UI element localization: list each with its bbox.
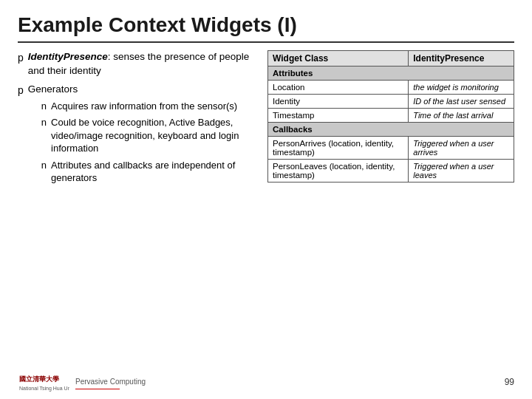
bullet-item-2: p Generators n Acquires raw information …: [18, 83, 254, 188]
person-leaves-desc: Triggered when a user leaves: [409, 160, 514, 183]
bullet-symbol-2: p: [18, 83, 24, 98]
sub-bullet-3: n Attributes and callbacks are independe…: [41, 159, 254, 185]
sub-text-1: Acquires raw information from the sensor…: [51, 100, 237, 113]
timestamp-desc: Time of the last arrival: [409, 109, 514, 123]
identity-presence-label: IdentityPresence: [28, 51, 108, 62]
bullet-text-1: IdentityPresence: senses the presence of…: [28, 50, 254, 78]
table-row: Identity ID of the last user sensed: [268, 95, 514, 109]
bullet-symbol-1: p: [18, 51, 24, 66]
sub-bullets: n Acquires raw information from the sens…: [41, 100, 254, 185]
logo-area: 國立清華大學 National Tsing Hua University Per…: [18, 371, 146, 393]
sub-bullet-2: n Could be voice recognition, Active Bad…: [41, 116, 254, 155]
table-row: PersonLeaves (location, identity, timest…: [268, 160, 514, 183]
page-title: Example Context Widgets (I): [18, 13, 514, 43]
content-row: p IdentityPresence: senses the presence …: [18, 50, 514, 193]
generators-label: Generators: [28, 83, 78, 95]
location-cell: Location: [268, 81, 409, 95]
svg-text:National Tsing Hua University: National Tsing Hua University: [19, 386, 69, 392]
attributes-section-row: Attributes: [268, 66, 514, 81]
header-col1: Widget Class: [268, 51, 409, 66]
table-row: Timestamp Time of the last arrival: [268, 109, 514, 123]
sub-bullet-1: n Acquires raw information from the sens…: [41, 100, 254, 113]
pervasive-computing-label: Pervasive Computing: [75, 378, 146, 386]
person-leaves-cell: PersonLeaves (location, identity, timest…: [268, 160, 409, 183]
location-desc: the widget is monitoring: [409, 81, 514, 95]
timestamp-cell: Timestamp: [268, 109, 409, 123]
sub-symbol-2: n: [41, 116, 47, 155]
identity-desc: ID of the last user sensed: [409, 95, 514, 109]
sub-text-2: Could be voice recognition, Active Badge…: [51, 116, 254, 155]
attributes-label: Attributes: [268, 66, 514, 81]
footer-divider-area: Pervasive Computing: [75, 374, 146, 391]
right-column: Widget Class IdentityPresence Attributes…: [267, 50, 514, 193]
sub-symbol-3: n: [41, 159, 47, 185]
callbacks-section-row: Callbacks: [268, 123, 514, 137]
person-arrives-desc: Triggered when a user arrives: [409, 137, 514, 160]
main-page: Example Context Widgets (I) p IdentityPr…: [0, 0, 532, 399]
bullet-item-1: p IdentityPresence: senses the presence …: [18, 50, 254, 78]
generators-block: Generators n Acquires raw information fr…: [28, 83, 254, 188]
header-col2: IdentityPresence: [409, 51, 514, 66]
person-arrives-cell: PersonArrives (location, identity, times…: [268, 137, 409, 160]
university-logo: 國立清華大學 National Tsing Hua University: [18, 371, 69, 393]
footer-divider: [75, 389, 120, 389]
footer: 國立清華大學 National Tsing Hua University Per…: [18, 371, 514, 393]
table-row: Location the widget is monitoring: [268, 81, 514, 95]
table-header-row: Widget Class IdentityPresence: [268, 51, 514, 66]
left-column: p IdentityPresence: senses the presence …: [18, 50, 254, 193]
page-number: 99: [505, 377, 514, 387]
widget-table: Widget Class IdentityPresence Attributes…: [267, 50, 514, 183]
svg-text:國立清華大學: 國立清華大學: [19, 375, 59, 383]
callbacks-label: Callbacks: [268, 123, 514, 137]
sub-text-3: Attributes and callbacks are independent…: [51, 159, 254, 185]
table-row: PersonArrives (location, identity, times…: [268, 137, 514, 160]
identity-cell: Identity: [268, 95, 409, 109]
sub-symbol-1: n: [41, 100, 47, 113]
